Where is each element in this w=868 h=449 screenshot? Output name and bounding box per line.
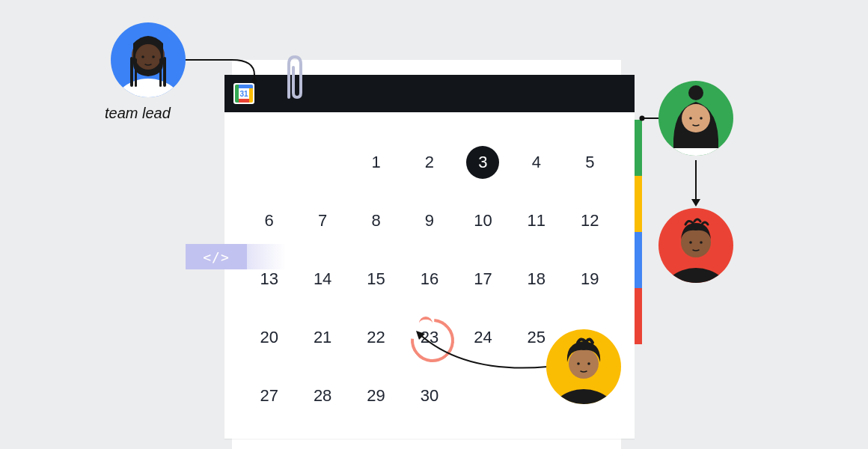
svg-point-24 — [577, 362, 580, 365]
svg-rect-6 — [163, 57, 166, 87]
svg-point-13 — [682, 104, 710, 132]
calendar-day-18[interactable]: 18 — [520, 263, 553, 296]
svg-rect-4 — [130, 57, 133, 87]
svg-point-12 — [688, 85, 703, 100]
calendar-day-10[interactable]: 10 — [466, 204, 499, 237]
calendar-day-4[interactable]: 4 — [520, 146, 553, 179]
code-tag-badge: </> — [186, 244, 247, 269]
calendar-day-29[interactable]: 29 — [360, 379, 393, 412]
team-lead-label: team lead — [105, 105, 171, 122]
svg-rect-7 — [159, 58, 162, 87]
calendar-day-24[interactable]: 24 — [466, 321, 499, 354]
calendar-day-27[interactable]: 27 — [253, 379, 286, 412]
tab-yellow — [635, 176, 642, 232]
calendar-day-6[interactable]: 6 — [253, 204, 286, 237]
calendar-day-20[interactable]: 20 — [253, 321, 286, 354]
svg-point-20 — [700, 241, 703, 244]
calendar-day-23[interactable]: 23 — [413, 321, 446, 354]
icon-day-number: 31 — [233, 83, 254, 104]
calendar-header: 31 — [224, 75, 635, 112]
calendar-day-17[interactable]: 17 — [466, 263, 499, 296]
calendar-day-7[interactable]: 7 — [306, 204, 339, 237]
svg-point-15 — [700, 117, 703, 120]
calendar-day-16[interactable]: 16 — [413, 263, 446, 296]
calendar-day-21[interactable]: 21 — [306, 321, 339, 354]
svg-point-3 — [135, 44, 161, 70]
avatar-member-yellow — [546, 329, 621, 404]
calendar-day-11[interactable]: 11 — [520, 204, 553, 237]
calendar-day-3[interactable]: 3 — [466, 146, 499, 179]
code-tag-text: </> — [203, 249, 230, 265]
svg-point-23 — [569, 349, 599, 379]
tab-green — [635, 120, 642, 176]
calendar-day-1[interactable]: 1 — [360, 146, 393, 179]
avatar-member-green — [658, 81, 733, 156]
calendar-day-19[interactable]: 19 — [573, 263, 606, 296]
calendar-day-15[interactable]: 15 — [360, 263, 393, 296]
calendar-day-2[interactable]: 2 — [413, 146, 446, 179]
tab-red — [635, 288, 642, 344]
google-calendar-icon: 31 — [233, 83, 254, 104]
calendar-day-22[interactable]: 22 — [360, 321, 393, 354]
calendar-day-8[interactable]: 8 — [360, 204, 393, 237]
calendar-day-25[interactable]: 25 — [520, 321, 553, 354]
tab-blue — [635, 232, 642, 288]
svg-rect-5 — [135, 58, 137, 87]
svg-point-25 — [587, 362, 590, 365]
calendar-day-9[interactable]: 9 — [413, 204, 446, 237]
calendar-day-30[interactable]: 30 — [413, 379, 446, 412]
calendar-day-14[interactable]: 14 — [306, 263, 339, 296]
svg-point-19 — [689, 241, 692, 244]
calendar-day-28[interactable]: 28 — [306, 379, 339, 412]
side-tabs — [635, 120, 642, 344]
avatar-team-lead — [111, 22, 186, 97]
svg-point-8 — [141, 55, 144, 58]
svg-point-14 — [689, 117, 692, 120]
avatar-member-red — [658, 208, 733, 283]
calendar-day-5[interactable]: 5 — [573, 146, 606, 179]
calendar-day-12[interactable]: 12 — [573, 204, 606, 237]
svg-point-9 — [152, 55, 155, 58]
